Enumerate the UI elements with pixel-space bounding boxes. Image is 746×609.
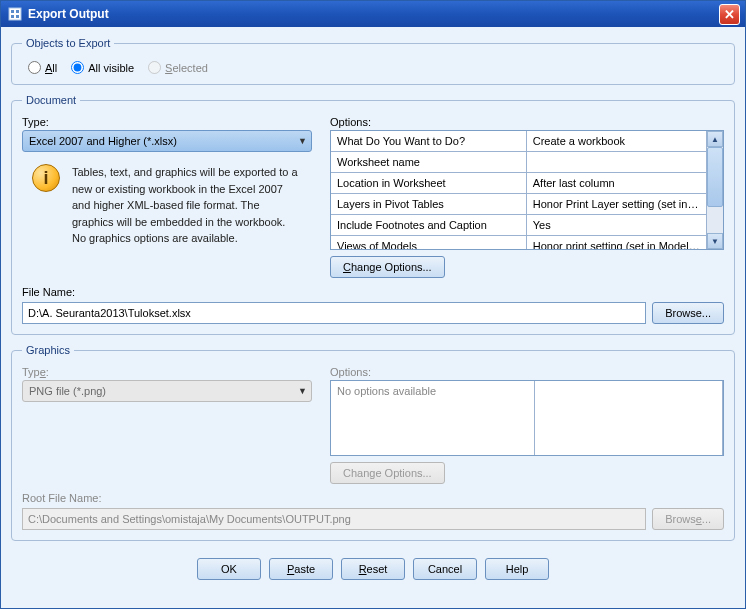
doc-option-key: What Do You Want to Do? — [331, 131, 526, 152]
doc-option-key: Views of Models — [331, 236, 526, 250]
doc-options-table-wrap: What Do You Want to Do?Create a workbook… — [330, 130, 724, 250]
info-icon: i — [32, 164, 60, 192]
doc-option-value: Yes — [526, 215, 706, 236]
radio-all[interactable]: All — [28, 61, 57, 74]
doc-options-row[interactable]: Location in WorksheetAfter last column — [331, 173, 707, 194]
close-icon: ✕ — [724, 7, 735, 22]
scroll-down-icon[interactable]: ▼ — [707, 233, 723, 249]
graphics-legend: Graphics — [22, 344, 74, 356]
doc-option-value — [526, 152, 706, 173]
scroll-up-icon[interactable]: ▲ — [707, 131, 723, 147]
document-group: Document Type: Excel 2007 and Higher (*.… — [11, 94, 735, 335]
help-button[interactable]: Help — [485, 558, 549, 580]
chevron-down-icon: ▼ — [298, 386, 307, 396]
svg-rect-0 — [9, 8, 21, 20]
doc-option-value: After last column — [526, 173, 706, 194]
gfx-change-options-button: Change Options... — [330, 462, 445, 484]
root-file-name-label: Root File Name: — [22, 492, 724, 504]
app-icon — [7, 6, 23, 22]
doc-info-box: i Tables, text, and graphics will be exp… — [22, 162, 312, 247]
gfx-no-options: No options available — [331, 381, 535, 455]
export-output-dialog: Export Output ✕ Objects to Export All Al… — [0, 0, 746, 609]
svg-rect-2 — [16, 10, 19, 13]
radio-all-visible-input[interactable] — [71, 61, 84, 74]
gfx-options-box: No options available — [330, 380, 724, 456]
radio-selected: Selected — [148, 61, 208, 74]
doc-option-value: Create a workbook — [526, 131, 706, 152]
radio-all-visible[interactable]: All visible — [71, 61, 134, 74]
paste-button[interactable]: Paste — [269, 558, 333, 580]
chevron-down-icon: ▼ — [298, 136, 307, 146]
radio-selected-input — [148, 61, 161, 74]
doc-option-key: Layers in Pivot Tables — [331, 194, 526, 215]
objects-to-export-group: Objects to Export All All visible Select… — [11, 37, 735, 85]
root-file-name-input — [22, 508, 646, 530]
doc-change-options-button[interactable]: Change Options... — [330, 256, 445, 278]
scroll-track[interactable] — [707, 147, 723, 233]
svg-rect-4 — [16, 15, 19, 18]
bottom-button-row: OK Paste Reset Cancel Help — [11, 550, 735, 584]
close-button[interactable]: ✕ — [719, 4, 740, 25]
doc-options-scrollbar[interactable]: ▲ ▼ — [707, 131, 723, 249]
gfx-options-label: Options: — [330, 366, 724, 378]
window-title: Export Output — [28, 7, 719, 21]
file-name-input[interactable] — [22, 302, 646, 324]
doc-options-label: Options: — [330, 116, 724, 128]
gfx-browse-button: Browse... — [652, 508, 724, 530]
doc-options-row[interactable]: What Do You Want to Do?Create a workbook — [331, 131, 707, 152]
doc-type-value: Excel 2007 and Higher (*.xlsx) — [29, 135, 177, 147]
document-legend: Document — [22, 94, 80, 106]
objects-radio-row: All All visible Selected — [22, 59, 724, 74]
doc-option-key: Location in Worksheet — [331, 173, 526, 194]
reset-button[interactable]: Reset — [341, 558, 405, 580]
doc-type-label: Type: — [22, 116, 312, 128]
doc-options-row[interactable]: Layers in Pivot TablesHonor Print Layer … — [331, 194, 707, 215]
doc-options-row[interactable]: Views of ModelsHonor print setting (set … — [331, 236, 707, 250]
doc-option-value: Honor print setting (set in Model Vie... — [526, 236, 706, 250]
scroll-thumb[interactable] — [707, 147, 723, 207]
gfx-type-combo: PNG file (*.png) ▼ — [22, 380, 312, 402]
objects-legend: Objects to Export — [22, 37, 114, 49]
doc-options-table[interactable]: What Do You Want to Do?Create a workbook… — [331, 131, 707, 249]
gfx-type-label: Type: — [22, 366, 312, 378]
doc-options-row[interactable]: Include Footnotes and CaptionYes — [331, 215, 707, 236]
titlebar: Export Output ✕ — [1, 1, 745, 27]
svg-rect-1 — [11, 10, 14, 13]
doc-type-combo[interactable]: Excel 2007 and Higher (*.xlsx) ▼ — [22, 130, 312, 152]
doc-option-value: Honor Print Layer setting (set in Tabl..… — [526, 194, 706, 215]
doc-options-row[interactable]: Worksheet name — [331, 152, 707, 173]
file-name-label: File Name: — [22, 286, 724, 298]
doc-option-key: Worksheet name — [331, 152, 526, 173]
radio-all-visible-label: All visible — [88, 62, 134, 74]
svg-rect-3 — [11, 15, 14, 18]
ok-button[interactable]: OK — [197, 558, 261, 580]
doc-info-text: Tables, text, and graphics will be expor… — [72, 164, 302, 247]
gfx-type-value: PNG file (*.png) — [29, 385, 106, 397]
doc-option-key: Include Footnotes and Caption — [331, 215, 526, 236]
doc-browse-button[interactable]: Browse... — [652, 302, 724, 324]
radio-all-input[interactable] — [28, 61, 41, 74]
dialog-body: Objects to Export All All visible Select… — [1, 27, 745, 608]
graphics-group: Graphics Type: PNG file (*.png) ▼ Option… — [11, 344, 735, 541]
cancel-button[interactable]: Cancel — [413, 558, 477, 580]
